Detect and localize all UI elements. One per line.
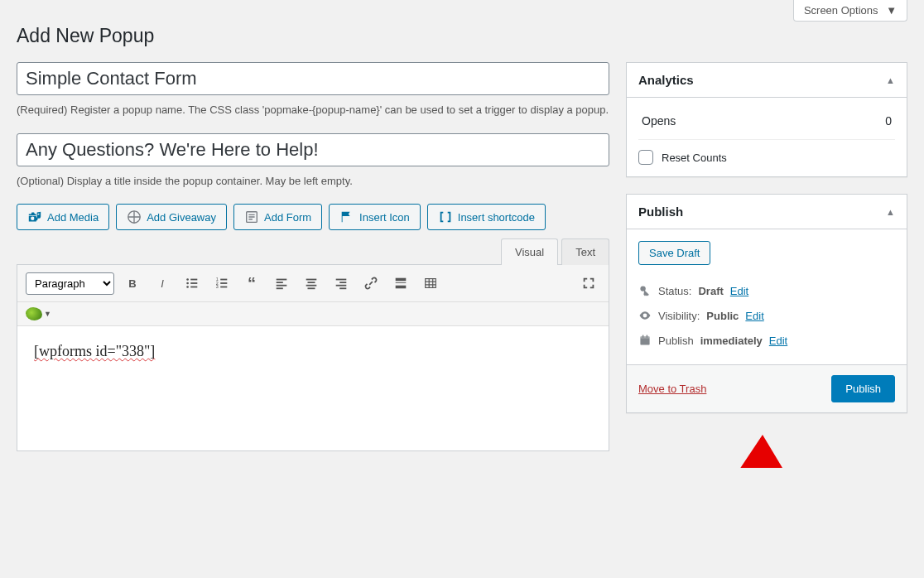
analytics-header[interactable]: Analytics ▲ xyxy=(627,63,907,98)
svg-rect-16 xyxy=(277,285,287,287)
svg-text:3: 3 xyxy=(216,284,219,289)
svg-rect-15 xyxy=(277,282,283,283)
editor-content-area[interactable]: [wpforms id="338"] xyxy=(17,326,609,450)
visibility-label: Visibility: xyxy=(658,310,700,322)
format-select[interactable]: Paragraph xyxy=(26,272,114,295)
svg-rect-17 xyxy=(277,287,283,289)
tab-text[interactable]: Text xyxy=(561,238,609,265)
svg-rect-5 xyxy=(190,282,197,284)
collapse-icon: ▲ xyxy=(886,75,895,85)
visibility-value: Public xyxy=(706,310,739,322)
svg-point-6 xyxy=(186,286,189,288)
schedule-label: Publish xyxy=(658,335,694,347)
popup-maker-icon[interactable]: ▼ xyxy=(26,307,51,320)
svg-rect-14 xyxy=(277,279,287,281)
popup-name-help: (Required) Register a popup name. The CS… xyxy=(17,102,609,118)
align-left-button[interactable] xyxy=(270,272,293,295)
publish-header[interactable]: Publish ▲ xyxy=(627,195,907,229)
svg-point-2 xyxy=(186,278,189,281)
svg-rect-25 xyxy=(339,287,346,289)
popup-title-input[interactable] xyxy=(17,133,609,166)
svg-rect-29 xyxy=(426,279,436,288)
analytics-box: Analytics ▲ Opens 0 Reset Counts xyxy=(626,62,907,177)
add-media-button[interactable]: Add Media xyxy=(17,204,109,230)
svg-rect-23 xyxy=(339,282,346,283)
publish-title: Publish xyxy=(638,205,683,219)
flag-icon xyxy=(339,210,354,224)
move-to-trash-link[interactable]: Move to Trash xyxy=(638,383,706,395)
svg-rect-13 xyxy=(220,287,227,288)
page-title: Add New Popup xyxy=(17,25,907,47)
svg-rect-32 xyxy=(640,336,649,338)
opens-label: Opens xyxy=(642,114,676,128)
collapse-icon: ▲ xyxy=(886,207,895,217)
form-icon xyxy=(244,210,259,224)
italic-button[interactable]: I xyxy=(151,272,174,295)
svg-rect-28 xyxy=(396,286,407,289)
svg-rect-7 xyxy=(190,287,197,288)
number-list-button[interactable]: 123 xyxy=(210,272,233,295)
link-button[interactable] xyxy=(359,272,383,295)
publish-box: Publish ▲ Save Draft Status: Draft Edit xyxy=(626,194,907,413)
svg-point-4 xyxy=(186,282,189,285)
svg-rect-27 xyxy=(396,282,407,283)
visibility-edit-link[interactable]: Edit xyxy=(745,310,763,322)
popup-name-input[interactable] xyxy=(17,62,609,95)
svg-rect-18 xyxy=(306,279,317,281)
caret-down-icon: ▼ xyxy=(886,4,897,17)
align-right-button[interactable] xyxy=(330,272,353,295)
svg-rect-3 xyxy=(190,279,197,281)
status-value: Draft xyxy=(698,285,723,297)
add-form-button[interactable]: Add Form xyxy=(233,204,322,230)
eye-icon xyxy=(638,309,652,322)
svg-rect-11 xyxy=(220,282,227,284)
status-label: Status: xyxy=(658,285,691,297)
bullet-list-button[interactable] xyxy=(180,272,204,295)
svg-rect-22 xyxy=(336,279,347,281)
svg-rect-24 xyxy=(336,285,347,287)
key-icon xyxy=(638,284,652,297)
tab-visual[interactable]: Visual xyxy=(501,238,558,265)
svg-rect-26 xyxy=(396,278,407,282)
schedule-value: immediately xyxy=(700,335,763,347)
reset-counts-label: Reset Counts xyxy=(662,152,727,164)
camera-music-icon xyxy=(27,210,42,224)
editor-content-text: [wpforms id="338"] xyxy=(34,343,155,359)
reset-counts-checkbox[interactable] xyxy=(638,150,653,165)
save-draft-button[interactable]: Save Draft xyxy=(638,241,710,265)
fullscreen-button[interactable] xyxy=(577,272,600,295)
align-center-button[interactable] xyxy=(300,272,323,295)
insert-icon-button[interactable]: Insert Icon xyxy=(329,204,421,230)
schedule-edit-link[interactable]: Edit xyxy=(769,335,787,347)
add-giveaway-button[interactable]: Add Giveaway xyxy=(116,204,227,230)
brackets-icon xyxy=(438,210,453,224)
gift-icon xyxy=(127,210,142,224)
insert-shortcode-button[interactable]: Insert shortcode xyxy=(427,204,546,230)
bold-button[interactable]: B xyxy=(121,272,144,295)
status-edit-link[interactable]: Edit xyxy=(730,285,748,297)
svg-rect-19 xyxy=(308,282,315,283)
screen-options-toggle[interactable]: Screen Options ▼ xyxy=(793,0,907,22)
blockquote-button[interactable]: “ xyxy=(240,272,263,295)
svg-rect-33 xyxy=(642,335,644,338)
analytics-title: Analytics xyxy=(638,73,694,87)
svg-rect-21 xyxy=(308,287,315,289)
svg-rect-34 xyxy=(647,335,648,338)
opens-value: 0 xyxy=(885,114,892,128)
readmore-button[interactable] xyxy=(389,272,412,295)
popup-title-help: (Optional) Display a title inside the po… xyxy=(17,173,609,190)
svg-rect-20 xyxy=(306,285,317,287)
publish-button[interactable]: Publish xyxy=(831,375,895,402)
screen-options-label: Screen Options xyxy=(804,4,878,17)
editor-container: Paragraph B I 123 “ xyxy=(17,264,609,451)
calendar-icon xyxy=(638,334,652,347)
svg-rect-9 xyxy=(220,279,227,281)
table-button[interactable] xyxy=(419,272,442,295)
